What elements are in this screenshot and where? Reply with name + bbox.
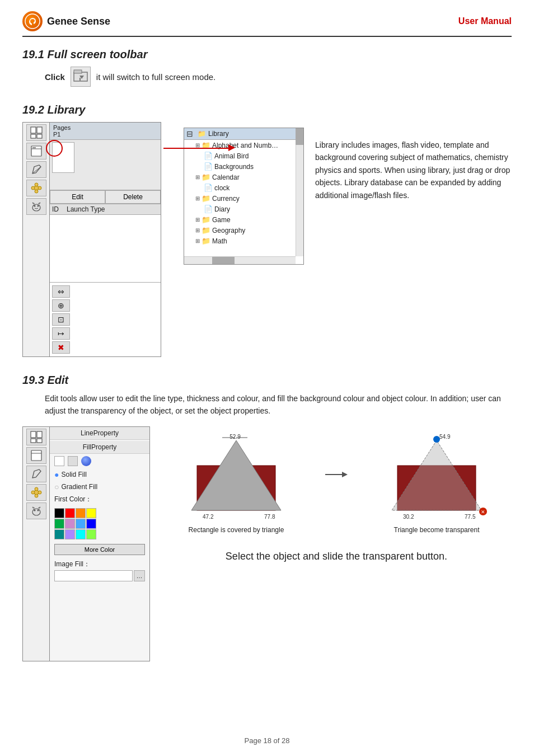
svg-rect-7: [31, 134, 36, 138]
color-blue[interactable]: [86, 519, 96, 529]
color-orange[interactable]: [76, 508, 86, 518]
svg-point-33: [34, 509, 35, 511]
svg-rect-23: [31, 439, 36, 443]
solid-fill-radio[interactable]: ● Solid Fill: [50, 468, 149, 481]
click-row: Click it will switch to full screen mode…: [45, 67, 512, 87]
column-headers: ID Launch Type: [50, 204, 161, 215]
lib-item-geography: ⊞ 📁 Geography: [184, 225, 303, 236]
edit-content-area: LineProperty FillProperty ● Solid Fill: [22, 426, 512, 661]
diagram-arrow: [322, 471, 350, 478]
color-swatch-white[interactable]: [54, 456, 64, 466]
svg-point-28: [35, 487, 38, 491]
collapse-icon[interactable]: ⊟: [186, 129, 193, 138]
edit-flower-icon[interactable]: [26, 484, 46, 501]
thumbnail-area: [50, 140, 161, 190]
export-icon[interactable]: ↦: [52, 327, 70, 340]
svg-text:✕: ✕: [481, 509, 485, 515]
svg-rect-25: [31, 450, 41, 461]
color-pink[interactable]: [65, 519, 75, 529]
vertical-scrollbar[interactable]: [296, 128, 303, 256]
page: Genee Sense User Manual 19.1 Full screen…: [0, 0, 534, 756]
red-arrow-head: [228, 144, 235, 151]
section-191: 19.1 Full screen toolbar Click it will s…: [22, 48, 512, 87]
image-fill-text-input[interactable]: [54, 570, 133, 581]
footer: Page 18 of 28: [0, 736, 534, 745]
svg-point-19: [34, 205, 35, 207]
color-lime[interactable]: [86, 529, 96, 539]
color-red[interactable]: [65, 508, 75, 518]
image-fill-browse-btn[interactable]: …: [134, 570, 145, 581]
image-fill-label: Image Fill：: [54, 560, 145, 569]
diagram-1-box: 52.9 47.2 77.8 Rectangle is covered by t…: [161, 432, 311, 534]
lib-item-alphabet: ⊞ 📁 Alphabet and Numb…: [184, 140, 303, 151]
color-swatch-light[interactable]: [68, 456, 78, 466]
swap-icon[interactable]: ⇔: [52, 285, 70, 298]
edit-book-icon[interactable]: [26, 447, 46, 464]
shape-icon[interactable]: [26, 180, 46, 196]
edit-main-panel: LineProperty FillProperty ● Solid Fill: [49, 426, 150, 661]
click-label: Click: [45, 72, 65, 82]
svg-rect-4: [79, 78, 81, 81]
svg-rect-22: [37, 431, 42, 438]
svg-text:30.2: 30.2: [403, 514, 414, 520]
svg-rect-21: [31, 431, 36, 438]
svg-rect-8: [37, 134, 42, 138]
section-192-heading: 19.2 Library: [22, 104, 512, 116]
edit-pen-icon[interactable]: [26, 466, 46, 482]
svg-text:54.9: 54.9: [439, 434, 451, 440]
image-fill-area: Image Fill： …: [50, 557, 149, 584]
gradient-fill-label: Gradient Fill: [61, 483, 97, 491]
header-left: Genee Sense: [22, 11, 110, 31]
svg-rect-6: [37, 127, 42, 133]
lib-item-clock: 📄 clock: [184, 182, 303, 193]
color-teal[interactable]: [54, 529, 64, 539]
scroll-thumb[interactable]: [296, 128, 303, 145]
pages-label: Pages: [53, 124, 157, 131]
svg-point-17: [38, 186, 41, 190]
delete-button[interactable]: Delete: [105, 190, 161, 204]
fullscreen-button-icon[interactable]: [71, 67, 91, 87]
lib-item-math: ⊞ 📁 Math: [184, 236, 303, 246]
plus-icon[interactable]: ⊕: [52, 299, 70, 312]
diagrams-row: 52.9 47.2 77.8 Rectangle is covered by t…: [161, 432, 512, 534]
id-col-header: ID: [52, 205, 59, 213]
close-icon[interactable]: ✖: [52, 341, 70, 354]
svg-point-34: [37, 509, 39, 511]
lib-item-currency: ⊞ 📁 Currency: [184, 193, 303, 204]
edit-left-icon-bar: [22, 426, 49, 661]
lib-item-animal: 📄 Animal Bird: [184, 151, 303, 161]
color-green[interactable]: [54, 519, 64, 529]
edit-button[interactable]: Edit: [50, 190, 105, 204]
edit-pages-icon[interactable]: [26, 429, 46, 445]
lib-item-calendar: ⊞ 📁 Calendar: [184, 172, 303, 182]
color-purple[interactable]: [65, 529, 75, 539]
svg-point-15: [35, 190, 38, 193]
horizontal-scrollbar[interactable]: [184, 256, 296, 264]
svg-text:77.8: 77.8: [264, 514, 275, 520]
fill-property-btn[interactable]: FillProperty: [50, 441, 149, 454]
pages-icon[interactable]: [26, 124, 46, 141]
sidebar-area: Pages P1 Edit Delete ID Laun: [22, 122, 161, 357]
image-fill-input-row: …: [54, 570, 145, 581]
line-property-btn[interactable]: LineProperty: [50, 427, 149, 440]
manual-title: User Manual: [458, 16, 512, 26]
select-transparent-text: Select the object and slide the transpar…: [161, 551, 512, 562]
sidebar-left-icons: [22, 122, 49, 357]
h-scroll-thumb[interactable]: [212, 257, 235, 265]
page-info: Page 18 of 28: [245, 736, 290, 745]
pen-icon[interactable]: [26, 161, 46, 178]
diagram-2-svg: 54.9 30.2 77.5 ✕: [375, 432, 498, 522]
color-picker-circle[interactable]: [81, 456, 91, 466]
more-color-button[interactable]: More Color: [54, 544, 145, 555]
gradient-fill-radio[interactable]: ○ Gradient Fill: [50, 481, 149, 493]
edit-cat-icon[interactable]: [26, 503, 46, 519]
library-tree-area: ⊟ 📁 Library ⊞ 📁 Alphabet and Numb…: [184, 128, 304, 357]
library-icon[interactable]: [26, 143, 46, 159]
screen-icon[interactable]: ⊡: [52, 313, 70, 326]
color-black[interactable]: [54, 508, 64, 518]
color-cyan[interactable]: [76, 529, 86, 539]
color-yellow[interactable]: [86, 508, 96, 518]
color-light-blue[interactable]: [76, 519, 86, 529]
animal-icon[interactable]: [26, 198, 46, 215]
svg-rect-2: [74, 70, 82, 73]
